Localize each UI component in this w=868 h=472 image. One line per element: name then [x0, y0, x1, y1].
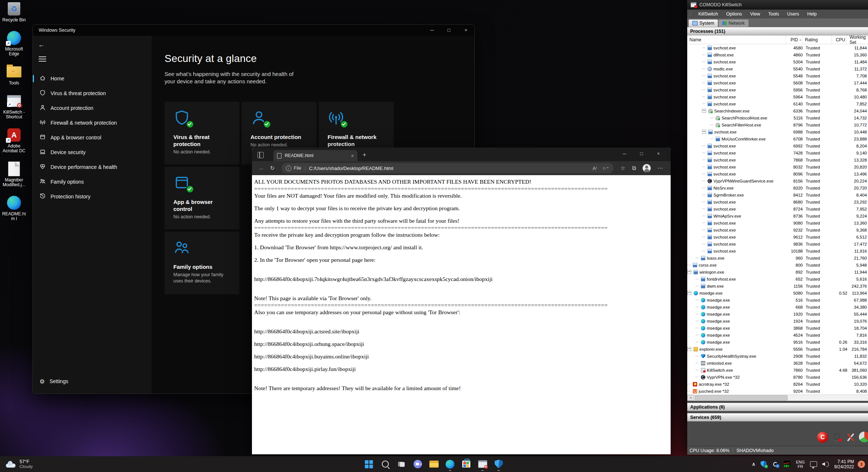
table-row[interactable]: svchost.exe9612Trusted6,512 — [687, 233, 868, 240]
tree-expander-icon[interactable] — [687, 270, 691, 274]
security-titlebar[interactable]: Windows Security ─ □ × — [33, 25, 474, 36]
repair-tools-icon[interactable] — [845, 432, 856, 443]
weather-widget[interactable]: 57°F Cloudy — [5, 459, 33, 469]
language-switcher[interactable]: ENG FR — [796, 460, 805, 469]
refresh-icon[interactable]: ↻ — [270, 165, 275, 171]
scroll-left-icon[interactable]: ◂ — [687, 395, 694, 401]
card-app-browser-control[interactable]: App & browser controlNo action needed. — [165, 167, 239, 229]
column-header-rating[interactable]: Rating — [803, 35, 832, 44]
scrollbar-thumb[interactable] — [695, 395, 788, 400]
desktop-icon-killswitch-shortcut[interactable]: ↗KillSwitch - Shortcut — [0, 94, 28, 119]
column-header-name[interactable]: Name — [687, 35, 786, 44]
menu-item-users[interactable]: Users — [783, 11, 803, 17]
table-row[interactable]: fontdrvhost.exe652Trusted5,616 — [687, 275, 868, 282]
table-row[interactable]: svchost.exe9080Trusted13,360 — [687, 219, 868, 226]
table-row[interactable]: svchost.exe8724Trusted7,952 — [687, 205, 868, 212]
card-family-options[interactable]: Family optionsManage how your family use… — [165, 232, 239, 294]
table-row[interactable]: NisSrv.exe8320Trusted20,720 — [687, 184, 868, 191]
table-row[interactable]: svchost.exe6140Trusted7,852 — [687, 100, 868, 107]
maximize-button[interactable]: □ — [440, 25, 457, 36]
table-row[interactable]: MoUsoCoreWorker.exe6708Trusted23,888 — [687, 135, 868, 142]
taskbar-button-file-explorer[interactable] — [426, 456, 442, 472]
table-row[interactable]: msedge.exe9516Trusted0.2633,316 — [687, 339, 868, 346]
tree-expander-icon[interactable] — [687, 347, 691, 351]
tree-expander-icon[interactable] — [687, 291, 691, 295]
network-icon[interactable] — [810, 461, 817, 467]
menu-item-killswitch[interactable]: KillSwitch — [694, 11, 722, 17]
menu-item-options[interactable]: Options — [722, 11, 746, 17]
desktop-icon-adobe-acrobat-dc[interactable]: A↗Adobe Acrobat DC — [0, 128, 28, 153]
table-row[interactable]: VyprVPNWireGuardService.exe8156Trusted20… — [687, 177, 868, 184]
table-row[interactable]: svchost.exe9232Trusted9,368 — [687, 226, 868, 233]
column-header-working-set[interactable]: Working Set — [847, 35, 868, 44]
add-favorite-icon[interactable]: ☆⁺ — [602, 166, 609, 171]
menu-item-help[interactable]: Help — [803, 11, 821, 17]
profile-avatar[interactable] — [643, 164, 651, 172]
killswitch-titlebar[interactable]: COMODO KillSwitch — [687, 0, 868, 10]
table-row[interactable]: WmiApSrv.exe8736Trusted9,224 — [687, 212, 868, 219]
sidebar-item-family-options[interactable]: Family options — [33, 174, 152, 189]
table-row[interactable]: SearchProtocolHost.exe5116Trusted14,732 — [687, 114, 868, 121]
back-icon[interactable]: ← — [259, 164, 265, 172]
table-row[interactable]: lsass.exe960Trusted21,760 — [687, 254, 868, 261]
table-row[interactable]: msedge.exe1924Trusted19,076 — [687, 317, 868, 324]
notification-badge[interactable]: 3 — [858, 461, 865, 468]
table-row[interactable]: svchost.exe5956Trusted8,768 — [687, 86, 868, 93]
desktop-icon-microsoft-edge[interactable]: ↗Microsoft Edge — [0, 31, 28, 56]
pie-chart-icon[interactable] — [858, 431, 868, 443]
table-row[interactable]: SgrmBroker.exe8412Trusted8,404 — [687, 191, 868, 198]
minimize-button[interactable]: ─ — [616, 148, 633, 160]
more-menu-icon[interactable]: ⋯ — [657, 165, 663, 171]
menu-item-view[interactable]: View — [746, 11, 764, 17]
cpu-graph-tray-icon[interactable] — [783, 460, 791, 468]
column-header-cpu[interactable]: CPU — [832, 35, 847, 44]
table-row[interactable]: dwm.exe1156Trusted242,376 — [687, 282, 868, 289]
favorites-icon[interactable]: ☆ — [620, 165, 625, 171]
table-row[interactable]: svchost.exe6992Trusted8,204 — [687, 142, 868, 149]
sidebar-item-device-security[interactable]: Device security — [33, 145, 152, 160]
table-row[interactable]: SearchIndexer.exe6336Trusted24,044 — [687, 107, 868, 114]
table-row[interactable]: svchost.exe8032Trusted20,820 — [687, 163, 868, 170]
table-row[interactable]: svchost.exe8096Trusted13,496 — [687, 170, 868, 177]
taskbar-button-killswitch[interactable] — [474, 456, 491, 472]
tree-expander-icon[interactable] — [702, 109, 706, 113]
taskbar-button-task-view[interactable] — [393, 456, 409, 472]
url-text[interactable]: C:/Users/shado/Desktop/README.html — [309, 166, 588, 171]
table-row[interactable]: msedge.exe3868Trusted18,704 — [687, 324, 868, 332]
table-row[interactable]: msedge.exe1920Trusted55,444 — [687, 310, 868, 317]
taskbar-button-store[interactable] — [458, 456, 474, 472]
table-row[interactable]: svchost.exe5548Trusted7,708 — [687, 72, 868, 79]
processes-section-header[interactable]: Processes (151) — [687, 27, 868, 35]
minimize-button[interactable]: ─ — [423, 25, 440, 36]
menu-button[interactable] — [39, 56, 46, 62]
table-row[interactable]: svchost.exe7428Trusted9,140 — [687, 149, 868, 156]
table-row[interactable]: explorer.exe5556Trusted1.04216,784 — [687, 346, 868, 353]
column-header-pid[interactable]: PID▲ — [786, 35, 803, 44]
table-row[interactable]: msedge.exe4524Trusted7,816 — [687, 332, 868, 339]
settings-gear-icon[interactable]: ⚙ — [831, 432, 842, 443]
table-row[interactable]: svchost.exe5304Trusted11,484 — [687, 58, 868, 65]
back-button[interactable]: ← — [38, 41, 48, 50]
table-row[interactable]: VyprVPN.exe *328780Trusted156,636 — [687, 374, 868, 381]
info-icon[interactable]: i — [286, 166, 291, 171]
sidebar-item-firewall-network-protection[interactable]: Firewall & network protection — [33, 115, 152, 130]
workspaces-icon[interactable] — [257, 152, 264, 158]
sidebar-item-account-protection[interactable]: Account protection — [33, 101, 152, 115]
table-row[interactable]: svchost.exe8680Trusted23,292 — [687, 198, 868, 205]
table-row[interactable]: csrss.exe800Trusted5,948 — [687, 261, 868, 268]
hidden-icons-chevron[interactable]: ∧ — [752, 461, 755, 467]
desktop-icon-tools[interactable]: Tools — [0, 65, 28, 86]
sidebar-item-device-performance-health[interactable]: Device performance & health — [33, 160, 152, 174]
maximize-button[interactable]: □ — [633, 148, 650, 160]
table-row[interactable]: svchost.exe7868Trusted13,328 — [687, 156, 868, 163]
taskbar-button-search[interactable] — [377, 456, 393, 472]
table-row[interactable]: winlogon.exe892Trusted11,944 — [687, 268, 868, 275]
clock[interactable]: 7:41 PM 9/24/2022 — [834, 459, 854, 469]
close-button[interactable]: × — [457, 25, 474, 36]
new-tab-button[interactable]: + — [363, 151, 366, 159]
desktop-icon-readme-htm-l[interactable]: README.htm l — [0, 195, 28, 221]
tree-expander-icon[interactable] — [702, 130, 706, 134]
browser-tab[interactable]: README.html × — [273, 150, 357, 161]
table-row[interactable]: msdtc.exe5540Trusted11,372 — [687, 65, 868, 72]
taskbar-button-chat[interactable] — [409, 456, 426, 472]
